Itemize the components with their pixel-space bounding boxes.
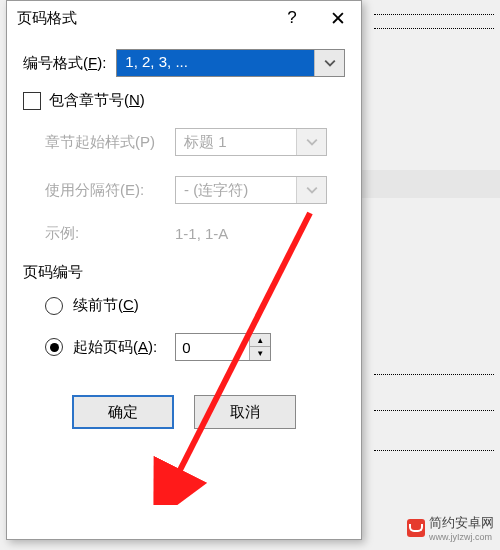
spinner-down-icon[interactable]: ▼ [250, 347, 270, 360]
number-format-label: 编号格式(F): [23, 54, 106, 73]
close-button[interactable]: ✕ [315, 1, 361, 35]
chapter-start-style-combo: 标题 1 [175, 128, 327, 156]
page-number-section-label: 页码编号 [23, 263, 345, 282]
chevron-down-icon [296, 177, 326, 203]
number-format-combo[interactable]: 1, 2, 3, ... [116, 49, 345, 77]
watermark-logo-icon [407, 519, 425, 537]
continue-previous-label: 续前节(C) [73, 296, 139, 315]
example-value: 1-1, 1-A [175, 225, 228, 242]
include-chapter-label: 包含章节号(N) [49, 91, 145, 110]
checkbox-icon [23, 92, 41, 110]
titlebar: 页码格式 ? ✕ [7, 1, 361, 35]
start-at-label: 起始页码(A): [73, 338, 157, 357]
radio-icon [45, 338, 63, 356]
chapter-start-style-value: 标题 1 [176, 129, 296, 155]
spinner-up-icon[interactable]: ▲ [250, 334, 270, 347]
watermark-text: 简约安卓网 [429, 514, 494, 532]
start-at-value: 0 [176, 334, 249, 360]
chapter-start-style-label: 章节起始样式(P) [45, 133, 175, 152]
chevron-down-icon [296, 129, 326, 155]
example-label: 示例: [45, 224, 175, 243]
separator-combo: - (连字符) [175, 176, 327, 204]
watermark-url: www.jyIzwj.com [429, 532, 494, 542]
radio-icon [45, 297, 63, 315]
chevron-down-icon [314, 50, 344, 76]
separator-value: - (连字符) [176, 177, 296, 203]
start-at-spinner[interactable]: 0 ▲ ▼ [175, 333, 271, 361]
watermark: 简约安卓网 www.jyIzwj.com [407, 514, 494, 542]
start-at-radio[interactable]: 起始页码(A): 0 ▲ ▼ [45, 333, 345, 361]
include-chapter-checkbox[interactable]: 包含章节号(N) [23, 91, 345, 110]
ok-button[interactable]: 确定 [72, 395, 174, 429]
continue-previous-radio[interactable]: 续前节(C) [45, 296, 345, 315]
page-number-format-dialog: 页码格式 ? ✕ 编号格式(F): 1, 2, 3, ... 包含章节号(N) … [6, 0, 362, 540]
cancel-button[interactable]: 取消 [194, 395, 296, 429]
dialog-title: 页码格式 [17, 9, 269, 28]
number-format-value: 1, 2, 3, ... [117, 50, 314, 76]
separator-label: 使用分隔符(E): [45, 181, 175, 200]
help-button[interactable]: ? [269, 1, 315, 35]
